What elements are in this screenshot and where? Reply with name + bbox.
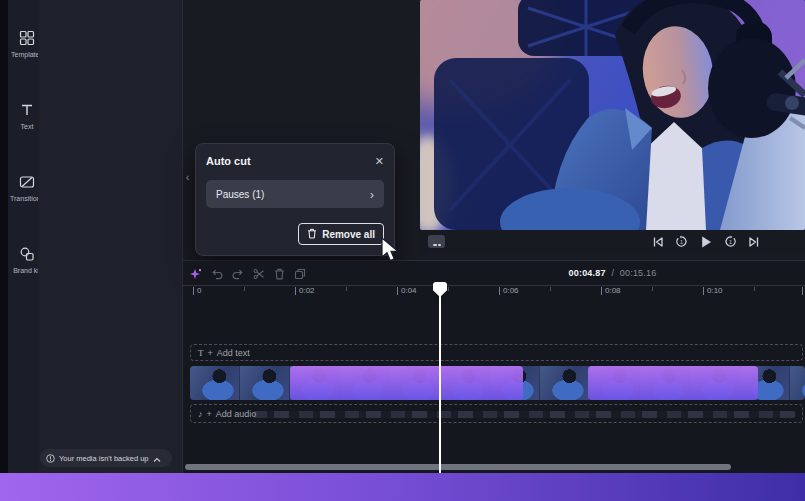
audio-track-icon: ♪ xyxy=(198,409,203,419)
templates-icon xyxy=(19,30,35,46)
bottom-gradient-band xyxy=(0,473,805,501)
info-icon xyxy=(46,449,55,467)
playback-controls-bar: 1 1 xyxy=(420,230,805,253)
add-audio-track[interactable]: ♪ + Add audio xyxy=(190,404,803,423)
sidebar-item-label: Templates xyxy=(11,51,38,58)
forward-1s-button[interactable]: 1 xyxy=(724,235,737,248)
add-audio-label: Add audio xyxy=(216,409,257,419)
preview-panel: ‹ xyxy=(183,0,805,261)
sidebar-item-brand-kit[interactable]: Brand kit xyxy=(8,224,38,296)
video-preview[interactable] xyxy=(420,0,805,230)
text-tool-icon xyxy=(19,102,35,118)
trash-icon xyxy=(307,228,317,241)
backup-notice-text: Your media isn't backed up xyxy=(59,454,149,463)
video-frame-illustration xyxy=(420,0,805,230)
audio-waveform xyxy=(253,411,796,418)
sidebar-item-label: Transitions xyxy=(10,195,38,202)
brand-kit-icon xyxy=(19,246,35,262)
horizontal-scrollbar[interactable] xyxy=(185,464,731,470)
dialog-header: Auto cut ✕ xyxy=(206,154,384,168)
clipchamp-editor: Templates Text Transitions xyxy=(0,0,805,501)
sidebar-item-templates[interactable]: Templates xyxy=(8,8,38,80)
tracks-container: T + Add text ♪ + Add audio xyxy=(190,261,805,473)
clip-thumbnail xyxy=(790,366,805,400)
pauses-label: Pauses (1) xyxy=(216,189,264,200)
skip-to-start-button[interactable] xyxy=(652,236,664,248)
timeline-panel: 00:04.87 / 00:15.16 0 0:02 0:04 0:06 0:0… xyxy=(183,261,805,473)
text-track-icon: T xyxy=(198,348,204,358)
sidebar-item-transitions[interactable]: Transitions xyxy=(8,152,38,224)
add-text-track[interactable]: T + Add text xyxy=(190,344,803,361)
sidebar: Templates Text Transitions xyxy=(8,0,38,473)
plus-icon: + xyxy=(207,409,212,419)
pause-selection-1[interactable] xyxy=(290,366,523,400)
media-panel: Your media isn't backed up xyxy=(38,0,183,473)
sidebar-item-text[interactable]: Text xyxy=(8,80,38,152)
close-icon[interactable]: ✕ xyxy=(375,156,384,167)
playhead-line xyxy=(439,296,441,473)
pause-selection-2[interactable] xyxy=(588,366,758,400)
remove-all-button[interactable]: Remove all xyxy=(298,223,384,245)
clip-thumbnail xyxy=(240,366,290,400)
sidebar-item-label: Brand kit xyxy=(13,267,38,274)
backup-notice[interactable]: Your media isn't backed up xyxy=(40,449,172,467)
dialog-title: Auto cut xyxy=(206,155,251,167)
chevron-left-icon: ‹ xyxy=(186,171,190,183)
chevron-right-icon: › xyxy=(370,188,374,201)
clip-thumbnail xyxy=(540,366,590,400)
svg-text:1: 1 xyxy=(680,239,683,245)
panel-collapse-handle[interactable]: ‹ xyxy=(183,166,192,188)
transport-controls: 1 1 xyxy=(652,230,760,253)
plus-icon: + xyxy=(208,348,213,358)
skip-to-end-button[interactable] xyxy=(748,236,760,248)
captions-button[interactable] xyxy=(428,235,445,248)
svg-text:1: 1 xyxy=(729,239,732,245)
remove-row: Remove all xyxy=(206,223,384,245)
left-edge-strip xyxy=(0,0,8,473)
remove-all-label: Remove all xyxy=(322,229,375,240)
pauses-row[interactable]: Pauses (1) › xyxy=(206,180,384,208)
auto-cut-dialog: Auto cut ✕ Pauses (1) › Remove all xyxy=(195,143,395,256)
sidebar-item-label: Text xyxy=(21,123,34,130)
clip-thumbnail xyxy=(190,366,240,400)
play-button[interactable] xyxy=(699,235,713,249)
rewind-1s-button[interactable]: 1 xyxy=(675,235,688,248)
chevron-up-icon[interactable] xyxy=(153,449,161,467)
transitions-icon xyxy=(19,174,35,190)
add-text-label: Add text xyxy=(217,348,250,358)
